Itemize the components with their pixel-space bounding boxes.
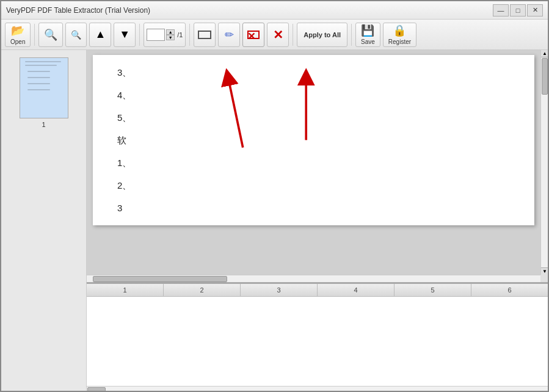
pdf-line-1: 3、 <box>117 67 510 79</box>
page-up-icon: ▲ <box>95 28 106 41</box>
title-bar: VeryPDF PDF Table Extractor (Trial Versi… <box>1 1 548 20</box>
pdf-view: 3、 4、 5、 软 1、 2、 3 <box>87 50 548 283</box>
page-spin-down[interactable]: ▼ <box>166 35 175 40</box>
pdf-line-2: 4、 <box>117 90 510 101</box>
separator-5 <box>351 24 352 46</box>
save-icon: 💾 <box>361 24 374 37</box>
delete-col-button[interactable]: ✕ <box>242 23 264 47</box>
window-title: VeryPDF PDF Table Extractor (Trial Versi… <box>6 6 150 15</box>
scroll-corner <box>540 275 548 282</box>
pdf-scroll-area: 3、 4、 5、 软 1、 2、 3 <box>87 50 540 275</box>
pdf-line-3: 5、 <box>117 112 510 124</box>
open-icon: 📂 <box>11 24 24 37</box>
register-button[interactable]: 🔒 Register <box>383 23 416 47</box>
table-col-1: 1 <box>87 284 164 296</box>
zoom-in-button[interactable]: 🔍 <box>38 23 63 47</box>
vscroll-up-arrow[interactable]: ▲ <box>541 50 548 57</box>
table-horizontal-scrollbar[interactable] <box>87 386 548 392</box>
page-total: /1 <box>177 31 183 38</box>
save-button[interactable]: 💾 Save <box>355 23 380 47</box>
table-header: 1 2 3 4 5 6 <box>87 284 548 297</box>
main-area: 1 3、 4、 5、 软 1、 2、 3 <box>1 50 548 392</box>
table-col-4: 4 <box>318 284 394 296</box>
table-body <box>87 297 548 383</box>
delete-row-button[interactable]: ✕ <box>267 23 289 47</box>
open-label: Open <box>10 38 25 45</box>
draw-line-button[interactable]: ✏ <box>218 23 240 47</box>
zoom-in-icon: 🔍 <box>44 28 57 42</box>
delete-col-icon: ✕ <box>247 31 260 39</box>
table-hscroll-thumb[interactable] <box>87 387 106 392</box>
pdf-hscroll-thumb[interactable] <box>93 276 227 282</box>
pdf-line-7: 3 <box>117 203 510 213</box>
table-col-3: 3 <box>241 284 318 296</box>
page-up-button[interactable]: ▲ <box>89 23 111 47</box>
separator-1 <box>34 24 35 46</box>
pdf-line-6: 2、 <box>117 180 510 192</box>
register-icon: 🔒 <box>393 24 406 37</box>
open-button[interactable]: 📂 Open <box>5 23 31 47</box>
register-label: Register <box>388 38 411 45</box>
zoom-out-button[interactable]: 🔍 <box>65 23 87 47</box>
page-down-icon: ▼ <box>119 28 130 41</box>
close-button[interactable]: ✕ <box>527 4 543 16</box>
title-buttons: — □ ✕ <box>493 4 543 16</box>
separator-4 <box>293 24 293 46</box>
pdf-horizontal-scrollbar[interactable] <box>87 275 540 282</box>
save-label: Save <box>361 38 375 45</box>
table-col-2: 2 <box>164 284 241 296</box>
minimize-button[interactable]: — <box>493 4 509 16</box>
separator-2 <box>139 24 140 46</box>
page-control: 1 ▲ ▼ /1 <box>144 23 186 47</box>
pdf-vscroll-thumb[interactable] <box>542 58 548 95</box>
draw-rect-icon <box>198 31 211 39</box>
pdf-line-4: 软 <box>117 135 510 147</box>
draw-line-icon: ✏ <box>225 28 234 42</box>
table-area: 1 2 3 4 5 6 <box>87 283 548 392</box>
toolbar: 📂 Open 🔍 🔍 ▲ ▼ 1 ▲ ▼ /1 ✏ ✕ <box>1 20 548 50</box>
content-panel: 3、 4、 5、 软 1、 2、 3 <box>87 50 548 392</box>
apply-to-all-button[interactable]: Apply to All <box>297 23 347 47</box>
table-col-6: 6 <box>471 284 548 296</box>
delete-row-icon: ✕ <box>273 27 283 42</box>
page-number-input[interactable]: 1 <box>147 29 165 41</box>
pdf-line-5: 1、 <box>117 158 510 169</box>
table-col-5: 5 <box>394 284 471 296</box>
page-down-button[interactable]: ▼ <box>114 23 136 47</box>
maximize-button[interactable]: □ <box>510 4 526 16</box>
thumbnail-image-1 <box>20 57 68 118</box>
zoom-out-icon: 🔍 <box>71 30 81 40</box>
page-spin-up[interactable]: ▲ <box>166 29 175 35</box>
pdf-vertical-scrollbar[interactable]: ▲ ▼ <box>540 50 548 275</box>
separator-3 <box>189 24 190 46</box>
vscroll-down-arrow[interactable]: ▼ <box>541 267 548 275</box>
sidebar: 1 <box>1 50 87 392</box>
page-spinners: ▲ ▼ <box>166 29 175 40</box>
thumbnail-item-1[interactable]: 1 <box>6 55 81 131</box>
thumbnail-label-1: 1 <box>42 121 45 128</box>
draw-rect-button[interactable] <box>194 23 216 47</box>
pdf-page: 3、 4、 5、 软 1、 2、 3 <box>93 55 534 225</box>
